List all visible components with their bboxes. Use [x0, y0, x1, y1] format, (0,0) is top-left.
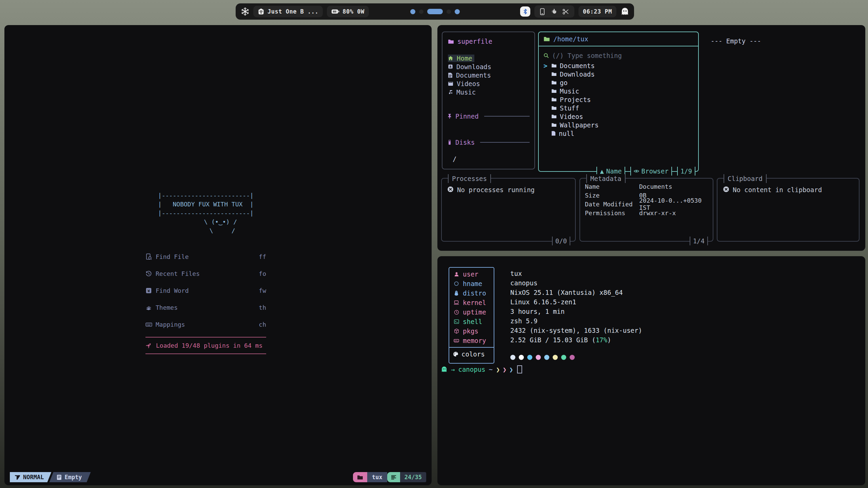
keyboard-icon: [145, 321, 156, 328]
workspace-dot-2[interactable]: [419, 9, 423, 14]
scissors-icon[interactable]: [563, 8, 569, 15]
fetch-label: hname: [463, 280, 482, 287]
fastfetch-output: user hname distro kernel uptime shell pk…: [449, 267, 642, 364]
menu-item-mappings[interactable]: Mappings ch: [145, 320, 266, 329]
file-name: Projects: [560, 96, 591, 103]
file-browser-panel: /home/tux (/) Type something > Documents…: [538, 32, 699, 172]
sidebar-item-music[interactable]: Music: [442, 88, 534, 96]
superfile-sidebar: superfile Home Downloads: [442, 32, 535, 169]
file-name: Videos: [560, 113, 583, 120]
cwd-label: tux: [367, 472, 387, 482]
film-icon: [448, 81, 453, 86]
palette-dot: [536, 355, 541, 360]
dashboard-header-art: |------------------------| | NOBODY FUX …: [145, 191, 266, 235]
palette-dot: [553, 355, 558, 360]
file-row[interactable]: Stuff: [544, 104, 693, 112]
menu-item-label: Find File: [156, 253, 189, 260]
download-icon: [448, 64, 453, 69]
filename-label: Empty: [64, 474, 82, 481]
section-label: Pinned: [455, 113, 479, 120]
system-tray: [534, 5, 574, 18]
battery-widget[interactable]: 80% 0W: [327, 6, 369, 17]
flame-icon[interactable]: [551, 8, 557, 15]
nixos-logo-icon[interactable]: [241, 7, 249, 16]
ghost-icon[interactable]: [620, 7, 629, 16]
file-row[interactable]: null: [544, 129, 693, 138]
media-widget[interactable]: Just One B ...: [253, 6, 323, 17]
prompt-path: ~: [489, 366, 493, 373]
folder-icon: [551, 123, 557, 127]
menu-item-shortcut: ff: [259, 253, 266, 260]
file-row-selected[interactable]: > Documents: [544, 61, 693, 70]
prompt-host: canopus: [458, 366, 485, 373]
startup-stats: Loaded 19/48 plugins in 64 ms: [145, 337, 266, 354]
search-input[interactable]: (/) Type something: [544, 51, 693, 60]
shell-prompt[interactable]: → canopus ~ ❯ ❯ ❯: [441, 365, 522, 373]
fetch-value: tux: [510, 269, 642, 278]
fetch-label: shell: [463, 318, 482, 325]
metadata-key: Size: [585, 192, 639, 199]
disk-item-root[interactable]: /: [442, 155, 534, 163]
fastfetch-values: tux canopus NixOS 25.11 (Xantusia) x86_6…: [510, 267, 642, 364]
sidebar-item-label: Downloads: [456, 63, 491, 70]
metadata-row: Date Modified 2024-10-0...+0530 IST: [585, 200, 708, 208]
file-name: Downloads: [560, 70, 595, 78]
file-name: Music: [560, 87, 579, 95]
folder-icon: [551, 89, 557, 93]
memory-icon: [453, 339, 460, 343]
statusline: NORMAL Empty tux: [10, 472, 426, 482]
metadata-key: Permissions: [585, 209, 639, 217]
fetch-value-memory: 2.52 GiB / 15.03 GiB (17%): [510, 335, 642, 345]
bluetooth-button[interactable]: [520, 6, 530, 17]
workspace-dot-1[interactable]: [410, 9, 415, 14]
menu-item-find-file[interactable]: Find File ff: [145, 252, 266, 261]
preview-panel-empty-label: --- Empty ---: [711, 37, 761, 45]
panel-mode[interactable]: Browser: [630, 167, 672, 176]
media-title: Just One B ...: [268, 8, 318, 15]
sort-label: Name: [606, 167, 622, 175]
workspace-pill-active[interactable]: [427, 9, 443, 14]
file-icon: [551, 131, 556, 136]
media-player-icon: [258, 8, 264, 15]
home-icon: [448, 56, 453, 61]
file-row[interactable]: Wallpapers: [544, 121, 693, 129]
sidebar-item-documents[interactable]: Documents: [442, 71, 534, 79]
file-row[interactable]: Music: [544, 87, 693, 95]
fetch-value: 2432 (nix-system), 1633 (nix-user): [510, 326, 642, 335]
palette-dot: [561, 355, 566, 360]
menu-item-label: Mappings: [156, 321, 185, 328]
prompt-chevron: ❯: [509, 366, 512, 373]
fetch-value: Linux 6.16.5-zen1: [510, 297, 642, 307]
rocket-icon: [145, 342, 152, 349]
file-row[interactable]: Projects: [544, 95, 693, 104]
workspace-dot-5[interactable]: [455, 9, 460, 14]
sidebar-item-downloads[interactable]: Downloads: [442, 62, 534, 71]
workspace-dot-4[interactable]: [447, 9, 451, 14]
sidebar-item-label: Home: [457, 55, 472, 62]
phone-icon[interactable]: [540, 8, 545, 15]
sidebar-item-label: Documents: [456, 72, 491, 79]
sidebar-item-home[interactable]: Home: [442, 54, 534, 62]
file-row[interactable]: Videos: [544, 112, 693, 121]
vim-icon: [15, 474, 20, 480]
divider: [484, 116, 530, 117]
document-icon: [448, 73, 453, 78]
panel-title: Processes: [448, 174, 491, 183]
app-title-label: superfile: [457, 38, 492, 45]
fetch-value: NixOS 25.11 (Xantusia) x86_64: [510, 288, 642, 297]
prompt-chevron: ❯: [496, 366, 499, 373]
word-icon: W: [145, 287, 156, 294]
sidebar-item-videos[interactable]: Videos: [442, 79, 534, 88]
menu-item-recent-files[interactable]: Recent Files fo: [145, 269, 266, 278]
path-bar[interactable]: /home/tux: [539, 32, 698, 46]
menu-item-shortcut: th: [259, 304, 266, 311]
disk-icon: [447, 140, 452, 145]
clock-widget[interactable]: 06:23 PM: [578, 6, 616, 17]
menu-item-find-word[interactable]: W Find Word fw: [145, 286, 266, 295]
sort-asc-icon: ▲: [600, 167, 604, 175]
file-row[interactable]: Downloads: [544, 70, 693, 78]
metadata-value: Documents: [639, 183, 672, 190]
menu-item-themes[interactable]: Themes th: [145, 303, 266, 312]
file-row[interactable]: go: [544, 78, 693, 87]
circle-x-icon: [723, 186, 729, 192]
